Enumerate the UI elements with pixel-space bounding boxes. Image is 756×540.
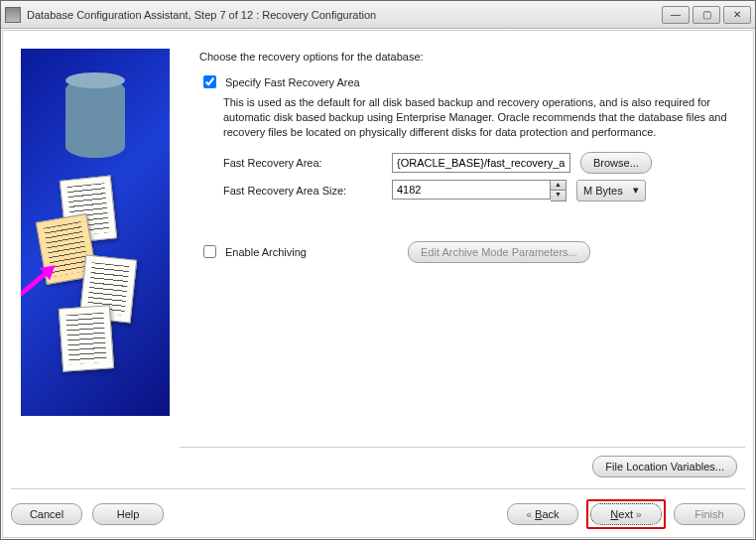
window-title: Database Configuration Assistant, Step 7… <box>27 9 662 21</box>
main-area: Choose the recovery options for the data… <box>11 39 745 481</box>
spinner-up-icon[interactable]: ▲ <box>551 181 566 191</box>
specify-fra-checkbox[interactable] <box>203 75 216 88</box>
chevron-left-icon: « <box>526 509 532 520</box>
help-button[interactable]: Help <box>92 503 164 525</box>
fra-size-spinner: ▲ ▼ <box>392 180 567 202</box>
fra-size-unit-label: M Bytes <box>583 185 623 197</box>
fra-path-row: Fast Recovery Area: Browse... <box>223 152 737 174</box>
back-label: ack <box>542 508 559 520</box>
edit-archive-params-button: Edit Archive Mode Parameters... <box>408 241 590 263</box>
wizard-window: Database Configuration Assistant, Step 7… <box>0 0 756 540</box>
content-area: Choose the recovery options for the data… <box>2 30 754 538</box>
wizard-footer: Cancel Help « Back Next » Finish <box>11 488 745 529</box>
fra-size-unit-select[interactable]: M Bytes ▾ <box>576 180 646 202</box>
back-button[interactable]: « Back <box>507 503 578 525</box>
archive-row: Enable Archiving Edit Archive Mode Param… <box>199 241 737 263</box>
next-label: ext <box>618 508 633 520</box>
enable-archiving-checkbox[interactable] <box>203 245 216 258</box>
window-controls: — ▢ ✕ <box>662 6 751 24</box>
cancel-button[interactable]: Cancel <box>11 503 82 525</box>
form-area: Choose the recovery options for the data… <box>180 39 745 481</box>
fra-size-row: Fast Recovery Area Size: ▲ ▼ M Bytes ▾ <box>223 180 737 202</box>
next-highlight: Next » <box>586 499 666 529</box>
chevron-right-icon: » <box>636 509 642 520</box>
fra-size-label: Fast Recovery Area Size: <box>223 185 382 197</box>
finish-button: Finish <box>674 503 745 525</box>
file-location-variables-button[interactable]: File Location Variables... <box>592 456 737 477</box>
wizard-side-image <box>21 49 170 416</box>
titlebar: Database Configuration Assistant, Step 7… <box>1 1 755 29</box>
chevron-down-icon: ▾ <box>633 184 639 197</box>
database-cylinder-icon <box>65 78 125 158</box>
specify-fra-description: This is used as the default for all disk… <box>223 95 737 140</box>
maximize-button[interactable]: ▢ <box>693 6 720 24</box>
fra-path-label: Fast Recovery Area: <box>223 157 382 169</box>
app-icon <box>5 7 21 23</box>
browse-button[interactable]: Browse... <box>580 152 652 174</box>
document-icon <box>59 305 114 371</box>
page-heading: Choose the recovery options for the data… <box>199 51 737 63</box>
specify-fra-row: Specify Fast Recovery Area <box>199 72 737 91</box>
next-button[interactable]: Next » <box>590 503 662 525</box>
fra-path-input[interactable] <box>392 153 570 173</box>
enable-archiving-label: Enable Archiving <box>225 246 307 258</box>
spinner-buttons: ▲ ▼ <box>551 180 567 202</box>
specify-fra-label: Specify Fast Recovery Area <box>225 76 360 88</box>
spinner-down-icon[interactable]: ▼ <box>551 191 566 201</box>
close-button[interactable]: ✕ <box>723 6 751 24</box>
fra-size-input[interactable] <box>392 180 551 200</box>
minimize-button[interactable]: — <box>662 6 690 24</box>
